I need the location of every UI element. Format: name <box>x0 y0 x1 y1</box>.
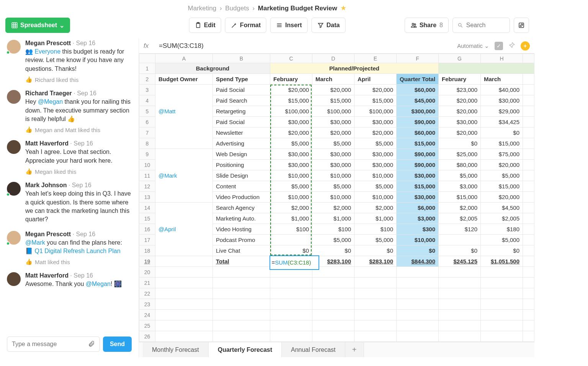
col-header[interactable]: H <box>481 54 523 63</box>
cell[interactable]: $2,000 <box>312 203 354 213</box>
cell[interactable] <box>523 95 534 106</box>
cell[interactable]: $1,000 <box>354 213 397 224</box>
cell[interactable] <box>354 288 397 299</box>
cell[interactable]: $20,000 <box>354 127 397 138</box>
cell[interactable]: $0 <box>354 245 397 256</box>
quarter-total-cell[interactable]: $844,300 <box>397 256 439 267</box>
cell[interactable]: $5,000 <box>354 235 397 245</box>
cell[interactable]: $15,000 <box>312 95 354 106</box>
cell[interactable] <box>523 224 534 235</box>
cell[interactable] <box>439 288 481 299</box>
spend-type-cell[interactable]: Advertising <box>213 138 270 149</box>
cell[interactable]: $20,000 <box>439 127 481 138</box>
cell[interactable]: $100,000 <box>354 106 397 117</box>
spend-type-cell[interactable]: Podcast Promo <box>213 235 270 245</box>
avatar[interactable] <box>7 40 21 54</box>
row-header[interactable]: 20 <box>139 267 155 278</box>
cell[interactable]: $25,000 <box>439 149 481 160</box>
cell[interactable]: $0 <box>312 245 354 256</box>
column-subheader[interactable]: Spend Type <box>213 74 270 85</box>
tab-add[interactable]: + <box>345 342 364 357</box>
cell[interactable]: $5,000 <box>312 138 354 149</box>
cell[interactable] <box>439 267 481 278</box>
cell[interactable]: $20,000 <box>354 85 397 95</box>
cell[interactable] <box>312 320 354 331</box>
cell[interactable]: $2,005 <box>439 213 481 224</box>
likes-line[interactable]: 👍 Megan and Matt liked this <box>25 126 132 133</box>
cell[interactable]: $30,000 <box>354 149 397 160</box>
cell[interactable] <box>523 127 534 138</box>
column-subheader[interactable]: April <box>354 74 397 85</box>
paperclip-icon[interactable] <box>88 340 95 348</box>
row-header[interactable]: 21 <box>139 278 155 288</box>
cell[interactable]: $2,000 <box>270 203 312 213</box>
cell[interactable] <box>213 267 270 278</box>
spend-type-cell[interactable]: Positioning <box>213 160 270 170</box>
cell[interactable]: $100 <box>354 224 397 235</box>
cell[interactable]: $30,000 <box>354 160 397 170</box>
owner-cell[interactable] <box>155 95 213 106</box>
row-header[interactable]: 15 <box>139 213 155 224</box>
cell[interactable] <box>155 320 213 331</box>
quarter-total-cell[interactable]: $90,000 <box>397 149 439 160</box>
cell[interactable] <box>155 278 213 288</box>
row-header[interactable]: 4 <box>139 95 155 106</box>
section-header[interactable] <box>439 63 534 74</box>
search-box[interactable] <box>452 18 510 33</box>
cell[interactable]: $20,000 <box>270 127 312 138</box>
cell[interactable]: $20,000 <box>439 95 481 106</box>
formula-cell[interactable] <box>270 256 312 267</box>
spend-type-cell[interactable]: Slide Design <box>213 170 270 181</box>
cell[interactable] <box>523 267 534 278</box>
avatar[interactable] <box>7 90 21 104</box>
breadcrumb-budgets[interactable]: Budgets <box>225 5 249 12</box>
row-header[interactable]: 13 <box>139 192 155 203</box>
format-button[interactable]: Format <box>225 18 266 33</box>
likes-line[interactable]: 👍 Megan liked this <box>25 168 132 175</box>
row-header[interactable]: 1 <box>139 63 155 74</box>
spend-type-cell[interactable]: Marketing Auto. <box>213 213 270 224</box>
cell[interactable]: $20,000 <box>312 127 354 138</box>
cell[interactable]: $2,000 <box>354 203 397 213</box>
add-button[interactable]: + <box>521 41 530 51</box>
cell[interactable] <box>270 299 312 310</box>
cell[interactable]: $20,000 <box>481 192 523 203</box>
avatar[interactable] <box>7 140 21 154</box>
cell[interactable] <box>155 288 213 299</box>
cell[interactable] <box>481 278 523 288</box>
cell[interactable]: $4,500 <box>481 203 523 213</box>
cell[interactable] <box>155 331 213 342</box>
quarter-total-cell[interactable]: $10,000 <box>397 235 439 245</box>
cell[interactable] <box>481 320 523 331</box>
row-header[interactable]: 17 <box>139 235 155 245</box>
cell[interactable]: $5,000 <box>312 235 354 245</box>
cell[interactable] <box>523 213 534 224</box>
avatar[interactable] <box>7 272 21 286</box>
quarter-total-cell[interactable]: $60,000 <box>397 127 439 138</box>
cell[interactable] <box>270 288 312 299</box>
quarter-total-cell[interactable]: $60,000 <box>397 85 439 95</box>
cell[interactable] <box>213 320 270 331</box>
grid[interactable]: A B C D E F G H 1BackgroundPlanned/Proje… <box>139 54 534 342</box>
cell[interactable] <box>523 106 534 117</box>
cell[interactable] <box>312 310 354 320</box>
owner-cell[interactable] <box>155 85 213 95</box>
row-header[interactable]: 24 <box>139 310 155 320</box>
cell[interactable] <box>213 288 270 299</box>
likes-line[interactable]: 👍 Richard liked this <box>25 76 132 83</box>
owner-cell[interactable] <box>155 245 213 256</box>
spend-type-cell[interactable]: Content <box>213 181 270 192</box>
msg-author[interactable]: Megan Prescott <box>25 231 71 237</box>
cell[interactable]: $2,000 <box>439 203 481 213</box>
cell[interactable]: $20,000 <box>481 160 523 170</box>
cell[interactable] <box>155 267 213 278</box>
row-header[interactable]: 26 <box>139 331 155 342</box>
cell[interactable]: $23,000 <box>439 85 481 95</box>
column-subheader[interactable]: February <box>439 74 481 85</box>
cell[interactable]: $10,000 <box>354 170 397 181</box>
cell[interactable]: $1,000 <box>270 213 312 224</box>
owner-mention[interactable]: @Matt <box>158 108 175 114</box>
col-header[interactable]: B <box>213 54 270 63</box>
cell[interactable] <box>397 278 439 288</box>
cell[interactable] <box>439 235 481 245</box>
